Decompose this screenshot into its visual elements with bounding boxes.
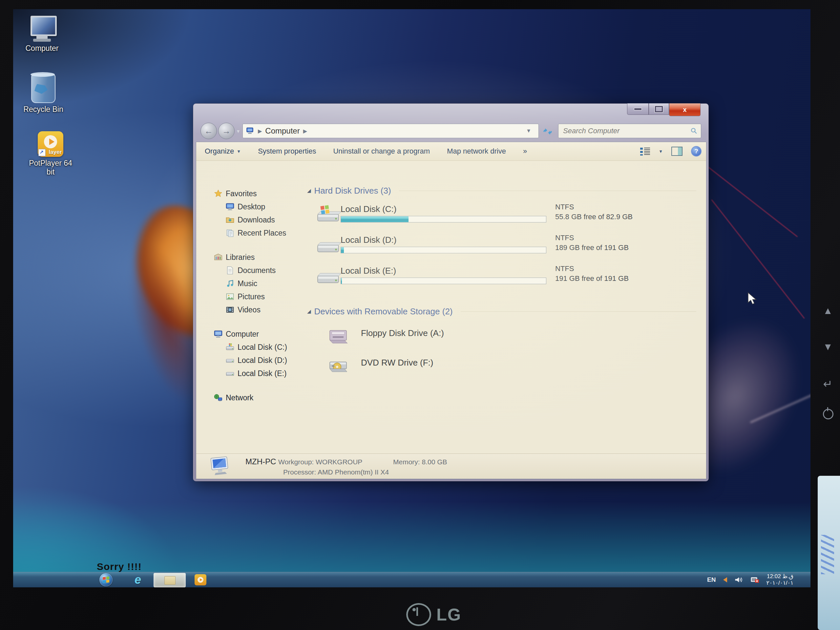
computer-icon: [214, 330, 223, 338]
shortcut-arrow-icon: [38, 149, 46, 156]
preview-pane-button[interactable]: [671, 147, 682, 156]
sidebar-section-network[interactable]: Network: [196, 391, 295, 404]
back-button[interactable]: ←: [201, 123, 217, 139]
close-button[interactable]: x: [669, 103, 701, 116]
breadcrumb[interactable]: Computer: [265, 126, 300, 136]
sidebar-item-music[interactable]: Music: [196, 277, 295, 290]
wallpaper-tentacle: [711, 199, 805, 319]
drive-item-d[interactable]: Local Disk (D:) NTFS 189 GB free of 191 …: [307, 235, 706, 258]
group-header-removable[interactable]: ◢ Devices with Removable Storage (2): [307, 306, 706, 317]
change-view-button[interactable]: [640, 147, 650, 156]
monitor-enter-button[interactable]: ↵: [819, 377, 836, 390]
address-dropdown-icon[interactable]: ▼: [526, 128, 531, 134]
uninstall-program-button[interactable]: Uninstall or change a program: [325, 142, 438, 161]
language-indicator[interactable]: EN: [707, 576, 716, 583]
sidebar-section-computer[interactable]: Computer: [196, 327, 295, 341]
memory-info: Memory: 8.00 GB: [393, 458, 447, 466]
toolbar-overflow-button[interactable]: »: [515, 142, 535, 161]
drive-item-c[interactable]: Local Disk (C:) NTFS 55.8 GB free of 82.…: [307, 204, 706, 227]
collapse-triangle-icon[interactable]: ◢: [307, 188, 311, 194]
maximize-icon: [655, 106, 663, 112]
explorer-taskbar-button[interactable]: [153, 573, 186, 587]
forward-button[interactable]: →: [218, 123, 235, 139]
desktop-icon-label: PotPlayer 64 bit: [24, 159, 77, 177]
device-item-floppy[interactable]: Floppy Disk Drive (A:): [307, 325, 706, 346]
pictures-icon: [226, 292, 234, 301]
drive-item-e[interactable]: Local Disk (E:) NTFS 191 GB free of 191 …: [307, 266, 706, 289]
address-bar[interactable]: ▶ Computer ▶ ▼: [243, 124, 539, 138]
capacity-bar: [341, 278, 546, 284]
refresh-button[interactable]: [541, 125, 554, 138]
sidebar-item-local-disk-d[interactable]: Local Disk (D:): [196, 354, 295, 367]
organize-button[interactable]: Organize ▼: [196, 142, 249, 161]
device-name: DVD RW Drive (F:): [361, 358, 433, 368]
libraries-icon: [214, 253, 223, 262]
taskbar-clock[interactable]: 12:02 ق.ظ ٢٠١٠/٠١/٠١: [766, 573, 794, 586]
drive-free-space: 55.8 GB free of 82.9 GB: [555, 212, 633, 222]
star-icon: [214, 189, 223, 198]
sidebar-item-local-disk-c[interactable]: Local Disk (C:): [196, 341, 295, 354]
floppy-drive-icon: [327, 325, 351, 345]
desktop-icon-label: Recycle Bin: [17, 105, 69, 114]
drive-free-space: 191 GB free of 191 GB: [555, 274, 629, 284]
group-header-hard-disks[interactable]: ◢ Hard Disk Drives (3): [307, 185, 706, 196]
recent-pages-dropdown[interactable]: ▼: [236, 129, 240, 134]
start-button[interactable]: [99, 573, 112, 586]
sidebar-item-local-disk-e[interactable]: Local Disk (E:): [196, 367, 295, 380]
desktop-icon-recycle-bin[interactable]: Recycle Bin: [17, 74, 69, 114]
minimize-button[interactable]: [627, 103, 649, 115]
minimize-icon: [634, 108, 642, 110]
sidebar-item-documents[interactable]: Documents: [196, 264, 295, 277]
sidebar-item-recent-places[interactable]: Recent Places: [196, 226, 295, 240]
sidebar-section-libraries[interactable]: Libraries: [196, 251, 295, 264]
music-icon: [226, 279, 234, 288]
svg-text:DVD: DVD: [332, 365, 335, 367]
hard-drive-icon: [315, 267, 341, 287]
details-pane: MZH-PC Workgroup: WORKGROUP Memory: 8.00…: [196, 453, 706, 479]
sidebar-item-desktop[interactable]: Desktop: [196, 200, 295, 213]
explorer-window: x ← → ▼ ▶ Computer ▶ ▼: [193, 103, 709, 482]
search-box[interactable]: ⚲: [558, 124, 701, 138]
sidebar-item-downloads[interactable]: Downloads: [196, 213, 295, 226]
sidebar-item-pictures[interactable]: Pictures: [196, 290, 295, 303]
sidebar-item-videos[interactable]: Videos: [196, 303, 295, 316]
monitor-power-button[interactable]: [823, 409, 834, 419]
desktop-icon-potplayer[interactable]: layer PotPlayer 64 bit: [24, 131, 77, 177]
desktop-icon-label: Computer: [16, 44, 68, 53]
view-dropdown-icon[interactable]: ▼: [658, 149, 663, 154]
maximize-button[interactable]: [649, 103, 669, 115]
search-input[interactable]: [562, 126, 691, 136]
breadcrumb-arrow-icon[interactable]: ▶: [258, 128, 262, 134]
recycle-bin-icon: [31, 74, 55, 103]
collapse-triangle-icon[interactable]: ◢: [307, 308, 311, 314]
volume-icon[interactable]: [734, 576, 743, 584]
desktop-icon-computer[interactable]: Computer: [16, 16, 68, 53]
help-button[interactable]: ?: [691, 146, 701, 156]
monitor-down-button[interactable]: ▼: [819, 341, 836, 352]
monitor-up-button[interactable]: ▲: [819, 305, 836, 316]
items-view: ◢ Hard Disk Drives (3) Local Disk (C:): [295, 161, 706, 450]
drive-filesystem: NTFS: [555, 202, 633, 212]
sidebar-section-favorites[interactable]: Favorites: [196, 187, 295, 200]
desktop-graffiti-text: Sorry !!!!: [97, 561, 142, 572]
drive-icon: [226, 369, 234, 378]
capacity-bar-fill: [341, 216, 409, 222]
drive-filesystem: NTFS: [555, 233, 629, 243]
window-body: Organize ▼ System properties Uninstall o…: [196, 142, 706, 479]
action-center-icon[interactable]: [750, 576, 759, 584]
map-network-drive-button[interactable]: Map network drive: [438, 142, 515, 161]
system-hard-drive-icon: [315, 205, 341, 226]
system-tray: EN 12:02 ق.ظ ٢٠١٠/٠١/٠١: [707, 572, 793, 587]
computer-name: MZH-PC: [245, 457, 276, 466]
computer-icon: [246, 127, 255, 134]
drive-free-space: 189 GB free of 191 GB: [555, 243, 629, 253]
breadcrumb-arrow-icon[interactable]: ▶: [303, 128, 307, 134]
system-properties-button[interactable]: System properties: [249, 142, 325, 161]
internet-explorer-taskbar-icon[interactable]: e: [130, 573, 145, 586]
show-hidden-icons-arrow[interactable]: [723, 577, 727, 583]
navigation-bar: ← → ▼ ▶ Computer ▶ ▼: [193, 120, 709, 142]
network-icon: [214, 393, 223, 402]
potplayer-taskbar-icon[interactable]: [194, 574, 206, 585]
device-item-dvd[interactable]: DVD DVD RW Drive (F:): [307, 355, 706, 376]
capacity-bar: [341, 216, 546, 223]
